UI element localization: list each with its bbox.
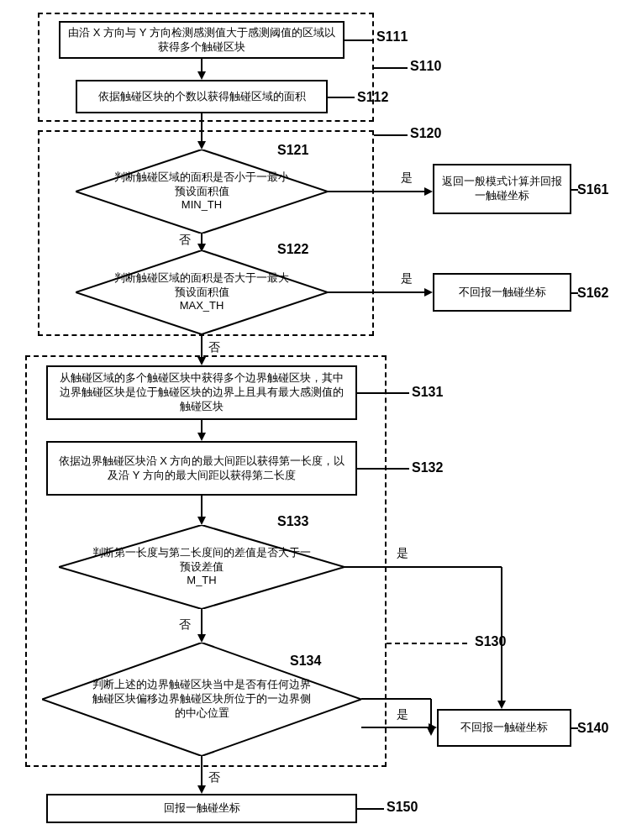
- step-s132-text: 依据边界触碰区块沿 X 方向的最大间距以获得第一长度，以及沿 Y 方向的最大间距…: [55, 454, 349, 483]
- svg-marker-26: [197, 517, 206, 525]
- edge-s121-s122: [197, 234, 207, 252]
- step-s161: 返回一般模式计算并回报一触碰坐标: [433, 164, 571, 214]
- svg-marker-16: [424, 288, 433, 297]
- label-s110: S110: [410, 59, 441, 74]
- step-s131: 从触碰区域的多个触碰区块中获得多个边界触碰区块，其中边界触碰区块是位于触碰区块的…: [46, 365, 357, 420]
- edge-s134-no: 否: [208, 770, 220, 785]
- label-s161: S161: [577, 182, 608, 197]
- flowchart-diagram: S110 由沿 X 方向与 Y 方向检测感测值大于感测阈值的区域以获得多个触碰区…: [8, 8, 618, 832]
- step-s150-text: 回报一触碰坐标: [164, 801, 240, 816]
- edge-s134-yes: 是: [397, 707, 408, 722]
- svg-marker-32: [197, 634, 206, 643]
- step-s111: 由沿 X 方向与 Y 方向检测感测值大于感测阈值的区域以获得多个触碰区块: [59, 21, 345, 59]
- svg-marker-23: [197, 433, 206, 441]
- edge-s122-s131: [197, 334, 207, 365]
- label-s121: S121: [277, 143, 308, 158]
- edge-s122-yes: 是: [401, 271, 413, 286]
- svg-marker-30: [497, 701, 506, 709]
- label-s150: S150: [387, 800, 418, 815]
- label-s134: S134: [290, 654, 321, 669]
- label-s133: S133: [277, 514, 308, 529]
- svg-marker-20: [197, 357, 206, 365]
- step-s131-text: 从触碰区域的多个触碰区块中获得多个边界触碰区块，其中边界触碰区块是位于触碰区块的…: [55, 371, 349, 414]
- leader-s161: [571, 189, 578, 191]
- leader-s111: [345, 39, 374, 41]
- edge-s131-s132: [197, 420, 207, 441]
- leader-s110: [374, 67, 408, 69]
- edge-s122-no: 否: [208, 340, 220, 355]
- edge-s112-s121: [197, 113, 207, 150]
- edge-s134-s150: [197, 756, 207, 794]
- step-s121: 判断触碰区域的面积是否小于一最小预设面积值 MIN_TH: [76, 150, 328, 234]
- step-s140-text: 不回报一触碰坐标: [460, 721, 548, 735]
- step-s122-text: 判断触碰区域的面积是否大于一最大预设面积值 MAX_TH: [109, 271, 294, 314]
- step-s112-text: 依据触碰区块的个数以获得触碰区域的面积: [98, 90, 306, 104]
- step-s162: 不回报一触碰坐标: [433, 273, 571, 312]
- edge-s133-yes: 是: [397, 546, 408, 561]
- label-s132: S132: [412, 460, 443, 475]
- label-s140: S140: [577, 721, 608, 736]
- svg-marker-41: [429, 723, 437, 732]
- label-s122: S122: [277, 242, 308, 257]
- svg-marker-7: [197, 141, 206, 150]
- label-s162: S162: [577, 286, 608, 301]
- leader-s120: [374, 134, 408, 136]
- step-s121-text: 判断触碰区域的面积是否小于一最小预设面积值 MIN_TH: [109, 171, 294, 213]
- step-s161-text: 返回一般模式计算并回报一触碰坐标: [441, 175, 563, 203]
- edge-s133-s140: [345, 562, 508, 709]
- svg-marker-10: [424, 187, 433, 196]
- edge-s122-s162: [328, 287, 433, 297]
- edge-s134-s140-h: [361, 722, 437, 732]
- edge-s121-no: 否: [179, 233, 191, 248]
- label-s120: S120: [410, 126, 441, 141]
- label-s111: S111: [376, 29, 408, 45]
- step-s112: 依据触碰区块的个数以获得触碰区域的面积: [76, 80, 328, 113]
- step-s134-text: 判断上述的边界触碰区块当中是否有任何边界触碰区块偏移边界触碰区块所位于的一边界侧…: [88, 678, 315, 721]
- edge-s132-s133: [197, 496, 207, 525]
- edge-s111-s112: [197, 59, 207, 80]
- leader-s162: [571, 292, 578, 294]
- edge-s133-no: 否: [179, 617, 191, 633]
- svg-marker-44: [197, 785, 206, 794]
- step-s150: 回报一触碰坐标: [46, 794, 357, 823]
- step-s132: 依据边界触碰区块沿 X 方向的最大间距以获得第一长度，以及沿 Y 方向的最大间距…: [46, 441, 357, 496]
- step-s133-text: 判断第一长度与第二长度间的差值是否大于一预设差值 M_TH: [92, 546, 311, 589]
- leader-s131: [357, 392, 409, 394]
- step-s122: 判断触碰区域的面积是否大于一最大预设面积值 MAX_TH: [76, 250, 328, 334]
- edge-s121-s161: [328, 186, 433, 197]
- step-s111-text: 由沿 X 方向与 Y 方向检测感测值大于感测阈值的区域以获得多个触碰区块: [67, 26, 336, 55]
- step-s133: 判断第一长度与第二长度间的差值是否大于一预设差值 M_TH: [59, 525, 345, 609]
- leader-s112: [328, 97, 355, 98]
- svg-marker-3: [197, 71, 206, 80]
- edge-s121-yes: 是: [401, 171, 413, 186]
- leader-s150: [357, 808, 384, 810]
- label-s112: S112: [357, 90, 388, 105]
- step-s162-text: 不回报一触碰坐标: [459, 286, 546, 300]
- edge-s133-s134: [197, 609, 207, 643]
- step-s140: 不回报一触碰坐标: [437, 709, 571, 747]
- leader-s140: [571, 727, 578, 729]
- label-s131: S131: [412, 385, 443, 400]
- leader-s132: [357, 468, 409, 470]
